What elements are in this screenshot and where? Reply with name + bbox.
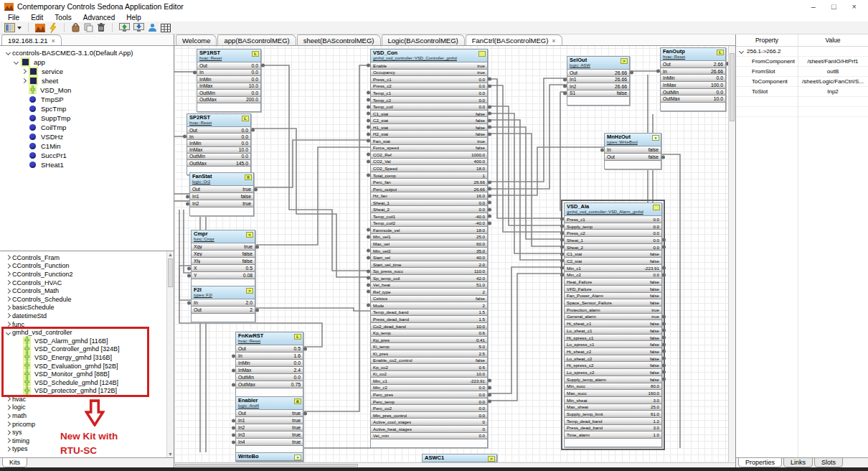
slot-row[interactable]: Sp_press_succ110.0 [371,268,487,275]
slot-row[interactable]: Hi_spress_c1false [565,335,661,342]
slot-row[interactable]: Active_cool_stages0 [371,419,487,426]
slot-row[interactable]: Out26.66 [567,70,629,77]
input-port[interactable] [367,98,370,102]
tree-item[interactable]: service [0,67,174,76]
tree-item[interactable]: basicSchedule [0,304,174,312]
input-port[interactable] [367,228,370,232]
property-row[interactable]: ToComponent/sheet/Logic/FanCtrl/S... [736,77,868,87]
wire-link[interactable] [251,129,370,277]
expander[interactable] [20,79,28,83]
slot-row[interactable]: Outtrue [190,186,253,193]
slot-row[interactable]: In0.0 [197,70,260,77]
tree-item[interactable]: ╬VSD_Evaluation_gmhd [52B] [0,362,174,370]
tree-item[interactable]: ╬VSD_Mon [0,85,174,95]
output-port[interactable] [254,187,258,191]
slot-row[interactable]: Perc_temp0.0 [371,398,487,406]
slot-row[interactable]: Y0.08 [192,272,255,279]
slot-row[interactable]: Hi_sheat_c1false [565,320,661,327]
expander[interactable] [4,439,12,442]
slot-row[interactable]: Lo_sheat_c1false [565,327,661,335]
wire-link[interactable] [488,85,567,189]
input-port[interactable] [560,246,564,249]
slot-row[interactable]: Sheat_10.0 [371,200,487,207]
input-port[interactable] [560,273,564,276]
wire-link[interactable] [661,154,680,448]
expander[interactable] [4,306,12,309]
slot-row[interactable]: Kp_pres0.41 [371,337,487,344]
slot-row[interactable]: OutMax10.0 [661,95,725,103]
output-port[interactable] [261,64,265,67]
input-port[interactable] [560,225,564,228]
grid-icon[interactable] [160,22,171,34]
slot-row[interactable]: Enabletrue [371,62,487,70]
input-port[interactable] [232,354,235,358]
tree-item[interactable]: ╬VSD_Energy_gmhd [316B] [0,353,174,362]
slot-row[interactable]: In2true [190,200,253,207]
canvas-vscroll[interactable] [728,46,735,462]
slot-row[interactable]: In1false [190,193,253,200]
output-port[interactable] [488,187,491,191]
slot-row[interactable]: Perc_output26.66 [371,186,487,193]
tree-item[interactable]: CControls_Fram [0,253,174,262]
input-port[interactable] [560,218,564,221]
output-port[interactable] [488,379,491,383]
input-port[interactable] [183,135,187,139]
output-port[interactable] [488,78,491,81]
block-cmpr[interactable]: Cmprfunc::Cmpr<XgytrueXeyfalseXlyfalseX0… [191,230,255,288]
input-port[interactable] [367,126,370,129]
slot-row[interactable]: Total_comp1 [371,172,487,179]
output-port[interactable] [662,246,666,249]
sedona-logo-icon[interactable] [34,22,46,34]
slot-row[interactable]: Lo_spress_c1false [565,341,661,348]
expander[interactable] [4,256,12,259]
slot-row[interactable]: Ki_pres2.5 [371,350,487,358]
slot-row[interactable]: Sheat_10.0 [565,237,661,244]
slot-row[interactable]: Hi_spress_c2false [565,362,661,369]
slot-row[interactable]: Xeyfalse [192,251,255,258]
tree-item[interactable]: TmpSP [0,95,174,104]
slot-row[interactable]: InMin0.0 [661,75,725,82]
kits-tree[interactable]: ▲ ▼ CControls_FramCControls_FunctionCCon… [0,251,174,457]
output-port[interactable] [488,400,491,404]
slot-row[interactable]: Min_vel125.0 [371,234,487,241]
output-port[interactable] [488,112,491,116]
slot-row[interactable]: Max_succ160.0 [565,390,661,397]
output-port[interactable] [488,221,491,225]
output-port[interactable] [488,215,491,218]
slot-row[interactable]: Time_alarm1.0 [565,432,661,439]
slot-row[interactable]: Max_vel60.0 [371,241,487,248]
slot-row[interactable]: H2_statfalse [371,131,487,138]
block-selout[interactable]: SelOutlogic::ASW>Out26.66In126.66In226.6… [567,56,630,106]
property-row[interactable]: FromSlotoutB [736,67,868,77]
tree-item[interactable]: SpcTmp [0,104,174,113]
wire-link[interactable] [184,210,191,273]
tree-item[interactable]: CoilTmp [0,123,174,132]
slot-row[interactable]: InMin0.0 [187,140,250,146]
tab-close-icon[interactable]: × [552,37,555,45]
view-selector-icon[interactable] [4,22,22,34]
slot-row[interactable]: Ref_type2 [371,289,487,296]
close-button[interactable]: × [852,2,857,11]
expander[interactable] [4,331,12,335]
input-port[interactable] [563,91,567,95]
slot-row[interactable]: Fanmode_vel18.0 [371,227,487,234]
wire-link[interactable] [488,267,564,393]
slot-row[interactable]: InMax10.0 [187,147,250,154]
slot-row[interactable]: Ki_co210.0 [371,371,487,378]
slot-row[interactable]: In4true [236,439,303,446]
tree-item[interactable]: VSDHz [0,132,174,141]
slot-row[interactable]: Temp_coil0.0 [371,103,487,111]
input-port[interactable] [367,105,370,108]
input-port[interactable] [367,153,370,157]
input-port[interactable] [560,231,564,235]
slot-row[interactable]: In126.66 [567,77,629,84]
input-port[interactable] [367,132,370,136]
wire-link[interactable] [488,147,604,195]
tree-item[interactable]: ╬VSD_Schedule_gmhd [124B] [0,378,174,387]
input-port[interactable] [600,148,604,151]
tree-item[interactable]: SuccPr1 [0,151,174,160]
slot-row[interactable]: Press_c10.0 [565,216,661,223]
slot-row[interactable]: Force_speedfalse [371,145,487,152]
expander[interactable] [4,281,12,284]
editor-tab-welcome[interactable]: Welcome [176,34,217,45]
